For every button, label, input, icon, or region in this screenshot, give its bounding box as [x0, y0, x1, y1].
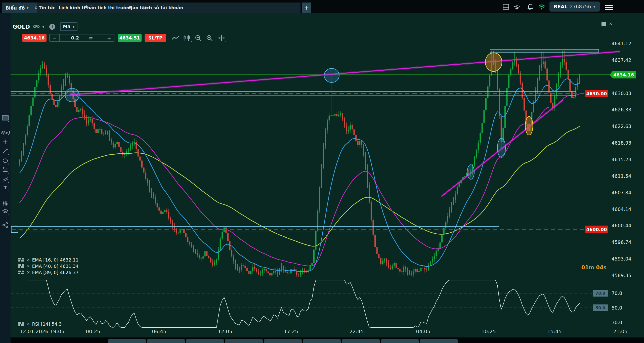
indicator-legend-ema16[interactable]: ✕ EMA [16, 0] 4632.11 — [18, 257, 78, 263]
account-selector[interactable]: REAL 2768756 ▼ — [549, 2, 600, 12]
crosshair-icon[interactable]: + — [0, 137, 11, 146]
bottom-tab-tile[interactable] — [225, 339, 263, 343]
price-axis-label: 4622.63 — [612, 123, 631, 129]
remove-indicator-icon[interactable]: ✕ — [27, 258, 30, 262]
annotation-circle-yellow — [525, 116, 533, 135]
settings-icon[interactable] — [18, 258, 25, 262]
function-icon[interactable]: f(x) — [0, 128, 11, 137]
volume-decrease-button[interactable]: − — [50, 34, 60, 41]
current-price-badge: 4634.16 — [610, 71, 636, 78]
bottom-tab-tile[interactable] — [303, 339, 341, 343]
settings-icon[interactable] — [18, 322, 25, 326]
channel-icon[interactable] — [0, 175, 11, 183]
account-type: REAL — [554, 4, 567, 9]
indicator-legend-rsi[interactable]: ✕ RSI [14] 54.3 — [18, 321, 62, 327]
indicator-legend-ema40[interactable]: ✕ EMA [40, 0] 4631.34 — [18, 263, 78, 269]
chevron-down-icon: ▼ — [72, 25, 74, 28]
remove-indicator-icon[interactable]: ✕ — [27, 322, 30, 326]
price-axis-label: 4589.35 — [612, 273, 631, 278]
candle-timer: 01m 04s — [578, 265, 607, 271]
rsi-axis-label: 30.0 — [612, 320, 622, 325]
price-axis-label: 4593.04 — [612, 256, 631, 262]
timeframe-select[interactable]: M5 ▼ — [60, 22, 77, 31]
fibonacci-icon[interactable]: F — [0, 165, 11, 174]
ema-89-line — [20, 126, 580, 246]
bottom-tab-tile[interactable] — [420, 339, 458, 343]
time-axis-label: 17:25 — [284, 328, 298, 334]
price-axis-label: 4611.54 — [612, 173, 631, 179]
remove-indicator-icon[interactable]: ✕ — [27, 264, 30, 269]
rsi-line — [27, 280, 579, 327]
price-level-badge[interactable]: 4630.00 — [585, 90, 608, 97]
top-bar: Biểu đồ ▼ ⧉ ▭ ✕ Tin tứcLịch kinh tếPhân … — [0, 0, 644, 13]
annotation-circle-blue — [467, 165, 474, 179]
trendline-icon[interactable] — [0, 147, 11, 155]
line-chart-icon[interactable] — [171, 35, 180, 41]
time-axis-label: 22:45 — [349, 328, 364, 334]
time-axis-label: 10:25 — [481, 328, 496, 334]
tab-5[interactable]: Lịch sử tài khoản — [142, 3, 183, 13]
chevron-down-icon[interactable]: ▼ — [42, 25, 44, 28]
menu-icon[interactable] — [605, 4, 613, 9]
ema-40-line — [20, 94, 580, 266]
wifi-icon[interactable] — [538, 4, 545, 10]
move-icon[interactable] — [217, 35, 226, 41]
time-axis-label: 15:45 — [547, 328, 562, 334]
candlestick-icon[interactable] — [183, 35, 191, 41]
price-axis-label: 4615.23 — [612, 157, 631, 162]
dollar-quotes-icon[interactable]: ❝$❞ — [513, 4, 521, 10]
volume-stepper: − 0.2 ⇄ + — [49, 34, 114, 42]
buy-button[interactable]: 4634.51 — [118, 34, 142, 42]
tab-2[interactable]: Lịch kinh tế — [59, 3, 87, 13]
zoom-out-icon[interactable] — [194, 35, 203, 41]
refresh-icon[interactable]: ⇄ — [89, 35, 93, 40]
chevron-down-icon[interactable]: ▼ — [26, 6, 28, 10]
ellipse-icon[interactable] — [0, 156, 11, 165]
remove-indicator-icon[interactable]: ✕ — [27, 270, 30, 275]
annotation-circle-blue — [324, 68, 339, 82]
close-pane-icon[interactable]: ✕ — [609, 21, 612, 26]
bottom-tab-tile[interactable] — [264, 339, 302, 343]
time-axis-label: 12:05 — [218, 328, 232, 334]
minimize-pane-icon[interactable] — [602, 22, 606, 26]
symbol-name[interactable]: GOLD — [13, 24, 30, 30]
tab-3[interactable]: Phân tích thị trường — [84, 3, 133, 13]
price-axis-label: 4618.93 — [612, 140, 631, 146]
tab-1[interactable]: Tin tức — [39, 3, 55, 13]
candles-up — [19, 51, 580, 277]
candles-down — [44, 51, 573, 277]
volume-value[interactable]: 0.2 — [71, 35, 79, 40]
time-axis-label: 21:05 — [613, 328, 628, 334]
info-icon[interactable]: i — [49, 24, 55, 30]
layout-icon[interactable] — [502, 4, 509, 10]
bell-icon[interactable] — [527, 4, 534, 10]
divider — [2, 218, 9, 218]
bottom-tab-tile[interactable] — [381, 339, 419, 343]
price-level-badge[interactable]: 4600.00 — [585, 226, 608, 233]
zoom-in-icon[interactable] — [205, 35, 214, 41]
account-number: 2768756 — [570, 4, 591, 9]
price-axis-label: 4596.74 — [612, 239, 631, 245]
watchlist-icon[interactable] — [0, 114, 11, 122]
sliders-icon[interactable] — [0, 199, 11, 208]
settings-icon[interactable] — [18, 270, 25, 274]
divider — [2, 196, 9, 196]
rsi-level-badge[interactable]: 70.0 — [593, 290, 608, 297]
sell-button[interactable]: 4634.16 — [22, 34, 47, 42]
sltp-button[interactable]: SL/TP — [145, 34, 166, 42]
layers-icon[interactable] — [0, 207, 11, 216]
text-tool-icon[interactable]: T — [0, 183, 11, 192]
price-chart[interactable] — [11, 13, 644, 343]
bottom-tab-tile[interactable] — [342, 339, 380, 343]
volume-increase-button[interactable]: + — [104, 34, 114, 41]
bottom-tab-tile[interactable] — [186, 339, 224, 343]
add-tab-button[interactable]: + — [302, 3, 311, 13]
bottom-tab-tile[interactable] — [147, 339, 185, 343]
rsi-axis-label: 70.0 — [612, 290, 622, 296]
settings-icon[interactable] — [18, 264, 25, 268]
indicator-legend-ema89[interactable]: ✕ EMA [89, 0] 4626.37 — [18, 270, 78, 275]
share-icon[interactable] — [0, 221, 11, 229]
bottom-tab-tile[interactable] — [108, 339, 146, 343]
rsi-level-badge[interactable]: 50.0 — [593, 305, 608, 311]
price-axis-label: 4641.12 — [612, 41, 631, 46]
